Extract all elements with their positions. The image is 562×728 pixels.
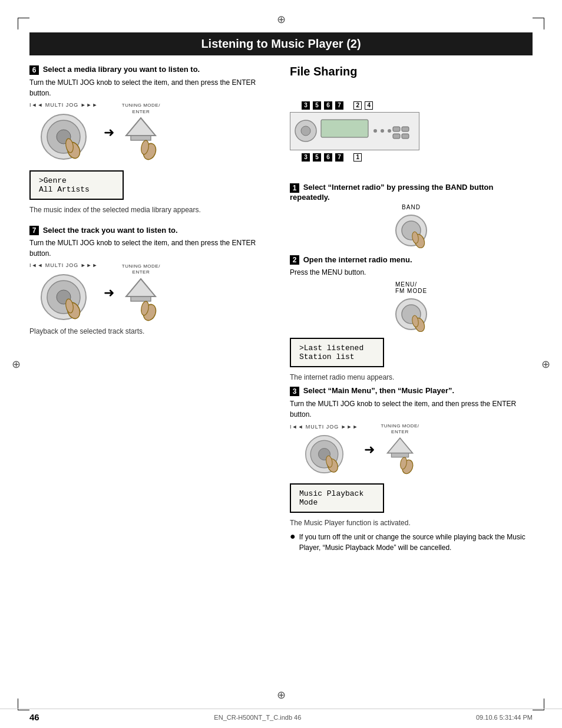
step-7-button: TUNING MODE/ENTER [120,263,161,323]
step-6-desc: Turn the MULTI JOG knob to select the it… [29,77,272,98]
step-2-desc: Press the MENU button. [290,267,533,278]
step-3: 3 Select “Main Menu”, then “Music Player… [290,386,533,553]
step-3-title: 3 Select “Main Menu”, then “Music Player… [290,386,533,396]
step-7-knob: I◄◄ MULTI JOG ►►► [29,262,98,324]
device-top-numbers: 3 5 6 7 2 4 [290,101,533,110]
right-crosshair: ⊕ [541,358,550,371]
svg-rect-42 [391,453,408,457]
step-6-display-line1: >Genre [39,176,114,185]
step-6-number: 6 [29,65,39,75]
svg-rect-26 [393,134,400,139]
step-7-button-label: TUNING MODE/ENTER [122,263,160,276]
band-button-svg [394,213,429,248]
page-number: 46 [29,712,39,722]
step-6-display: >Genre All Artists [29,170,124,200]
step-1-title: 1 Select “Internet radio” by pressing th… [290,183,533,202]
top-crosshair: ⊕ [277,13,286,26]
bottom-num-5: 5 [313,153,321,162]
left-column: 6 Select a media library you want to lis… [29,65,272,693]
step-7: 7 Select the track you want to listen to… [29,226,272,336]
bottom-num-6: 6 [324,153,332,162]
step-1-number: 1 [290,183,299,193]
svg-rect-27 [402,134,409,139]
corner-mark-tr [533,18,544,29]
step-6: 6 Select a media library you want to lis… [29,65,272,214]
step-3-display-line2: Mode [299,498,375,507]
right-column: File Sharing 3 5 6 7 2 4 [290,65,533,693]
svg-rect-15 [131,297,151,301]
device-diagram-wrap: 3 5 6 7 2 4 [290,101,533,162]
step-2-display-line1: >Last listened [299,344,375,353]
page-footer: 46 EN_CR-H500NT_T_C.indb 46 09.10.6 5:31… [0,709,562,722]
top-num-7: 7 [335,101,343,110]
top-num-6: 6 [324,101,332,110]
step-3-knob-area: I◄◄ MULTI JOG ►►► ➜ TUNING MODE/ENTER [290,423,533,477]
step-7-knob-label: I◄◄ MULTI JOG ►►► [29,262,98,268]
step-2-title: 2 Open the internet radio menu. [290,255,533,265]
device-svg [293,115,416,147]
step-2-display: >Last listened Station list [290,338,384,367]
top-num-5: 5 [313,101,321,110]
step-6-knob: I◄◄ MULTI JOG ►►► [29,102,98,163]
step-1-band-label: BAND [402,204,421,210]
enter-button-svg-6 [120,115,161,162]
bottom-num-3: 3 [302,153,310,162]
knob-svg-7 [37,271,90,324]
step-7-knob-area: I◄◄ MULTI JOG ►►► ➜ TUNING MODE/ENTER [29,262,272,324]
step-6-knob-label: I◄◄ MULTI JOG ►►► [29,102,98,108]
content-area: 6 Select a media library you want to lis… [29,65,533,693]
step-3-note: ● If you turn off the unit or change the… [290,532,533,553]
step-3-arrow: ➜ [364,442,375,457]
step-3-button-label: TUNING MODE/ENTER [381,423,419,436]
device-image [290,112,419,150]
step-3-button: TUNING MODE/ENTER [381,423,419,477]
step-2-number: 2 [290,255,299,265]
menu-button-svg [394,297,429,332]
enter-button-svg-7 [120,276,161,323]
footer-file: EN_CR-H500NT_T_C.indb 46 [214,714,301,721]
step-6-title: 6 Select a media library you want to lis… [29,65,272,75]
step-1: 1 Select “Internet radio” by pressing th… [290,183,533,251]
enter-button-svg-3 [382,435,418,476]
corner-mark-tl [18,18,29,29]
step-7-title: 7 Select the track you want to listen to… [29,226,272,236]
svg-rect-25 [402,127,409,131]
step-7-desc: Turn the MULTI JOG knob to select the it… [29,238,272,259]
step-3-knob-label: I◄◄ MULTI JOG ►►► [290,424,358,430]
step-6-arrow: ➜ [104,125,114,140]
left-crosshair: ⊕ [12,358,21,371]
step-2-button-label: MENU/FM MODE [395,281,427,294]
knob-svg-3 [302,432,346,476]
footer-date: 09.10.6 5:31:44 PM [476,714,533,721]
knob-svg-6 [37,110,90,163]
step-6-display-line2: All Artists [39,185,114,194]
step-1-band-area: BAND [290,204,533,248]
step-7-after: Playback of the selected track starts. [29,327,272,335]
step-2-display-line2: Station list [299,353,375,361]
svg-rect-20 [321,120,368,137]
step-3-number: 3 [290,387,299,396]
step-7-arrow: ➜ [104,285,114,301]
top-num-2: 2 [353,101,362,110]
file-sharing-title: File Sharing [290,65,533,78]
step-7-number: 7 [29,226,39,235]
svg-rect-6 [131,136,151,140]
step-6-button: TUNING MODE/ENTER [120,103,161,162]
svg-point-21 [373,129,377,133]
svg-point-19 [301,126,310,136]
bullet-icon: ● [290,532,296,541]
svg-marker-14 [126,279,156,297]
step-3-knob: I◄◄ MULTI JOG ►►► [290,424,358,476]
page-title: Listening to Music Player (2) [29,32,533,55]
bottom-num-1: 1 [353,153,362,162]
step-3-display-line1: Music Playback [299,489,375,498]
step-2-after: The internet radio menu appears. [290,373,533,381]
step-3-note-text: If you turn off the unit or change the s… [299,532,533,553]
top-num-4: 4 [365,101,373,110]
step-3-desc: Turn the MULTI JOG knob to select the it… [290,398,533,420]
bottom-num-7: 7 [335,153,343,162]
step-3-display: Music Playback Mode [290,483,384,513]
svg-point-23 [388,129,391,133]
top-num-3: 3 [302,101,310,110]
svg-marker-41 [387,438,412,453]
